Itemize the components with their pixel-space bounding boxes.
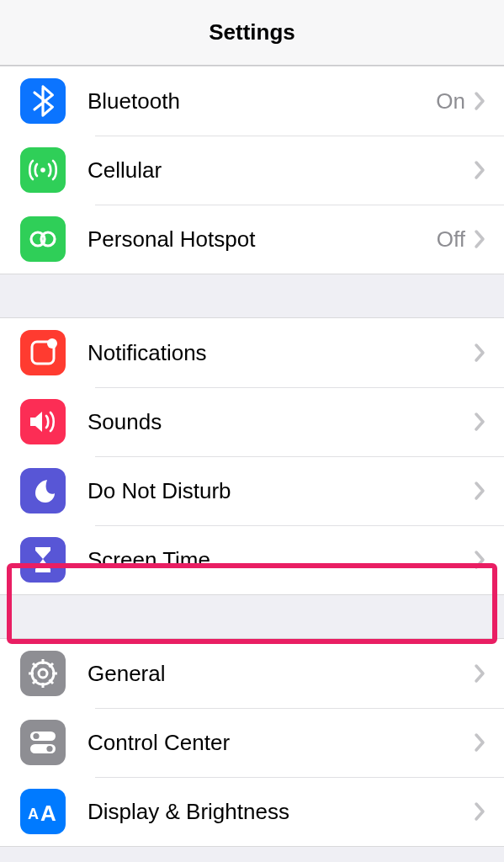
row-dnd-label: Do Not Disturb <box>88 478 474 504</box>
row-hotspot-label: Personal Hotspot <box>88 226 437 253</box>
row-general-label: General <box>88 661 474 687</box>
hotspot-icon <box>20 216 66 262</box>
moon-icon <box>20 468 66 513</box>
hourglass-icon <box>20 537 66 583</box>
row-display-label: Display & Brightness <box>88 799 474 825</box>
row-controlcenter-label: Control Center <box>88 730 474 756</box>
row-notifications[interactable]: Notifications <box>0 318 504 387</box>
row-bluetooth-value: On <box>436 88 465 114</box>
row-screentime-label: Screen Time <box>88 547 474 573</box>
chevron-right-icon <box>474 732 485 753</box>
svg-point-0 <box>40 168 45 173</box>
row-notifications-label: Notifications <box>88 340 474 366</box>
page-title: Settings <box>209 19 295 45</box>
row-personal-hotspot[interactable]: Personal Hotspot Off <box>0 205 504 274</box>
group-spacer <box>0 595 504 638</box>
chevron-right-icon <box>474 550 485 570</box>
svg-text:A: A <box>28 806 39 822</box>
chevron-right-icon <box>474 801 485 822</box>
sounds-icon <box>20 399 66 444</box>
svg-point-4 <box>47 338 57 349</box>
chevron-right-icon <box>474 663 485 684</box>
cellular-icon <box>20 147 66 193</box>
row-sounds-label: Sounds <box>88 409 474 435</box>
text-size-icon: A A <box>20 789 66 834</box>
row-control-center[interactable]: Control Center <box>0 708 504 777</box>
control-center-icon <box>20 720 66 765</box>
row-hotspot-value: Off <box>437 226 465 253</box>
gear-icon <box>20 651 66 696</box>
svg-point-6 <box>39 669 47 678</box>
bluetooth-icon <box>20 78 66 124</box>
row-display-brightness[interactable]: A A Display & Brightness <box>0 777 504 846</box>
chevron-right-icon <box>474 160 485 180</box>
row-bluetooth-label: Bluetooth <box>88 88 436 114</box>
row-cellular[interactable]: Cellular <box>0 136 504 205</box>
row-cellular-label: Cellular <box>88 157 474 184</box>
svg-text:A: A <box>40 801 56 824</box>
row-general[interactable]: General <box>0 639 504 708</box>
row-bluetooth[interactable]: Bluetooth On <box>0 67 504 136</box>
svg-point-18 <box>46 746 52 752</box>
settings-group-alerts: Notifications Sounds Do <box>0 317 504 595</box>
settings-content: Bluetooth On Cellular <box>0 66 504 847</box>
svg-point-16 <box>33 733 39 739</box>
row-do-not-disturb[interactable]: Do Not Disturb <box>0 456 504 525</box>
chevron-right-icon <box>474 412 485 432</box>
chevron-right-icon <box>474 91 485 111</box>
row-sounds[interactable]: Sounds <box>0 387 504 456</box>
chevron-right-icon <box>474 343 485 363</box>
notifications-icon <box>20 330 66 375</box>
row-screen-time[interactable]: Screen Time <box>0 525 504 594</box>
chevron-right-icon <box>474 229 485 249</box>
chevron-right-icon <box>474 481 485 501</box>
settings-header: Settings <box>0 0 504 66</box>
settings-group-connectivity: Bluetooth On Cellular <box>0 66 504 274</box>
settings-group-general: General Control Center A <box>0 638 504 847</box>
group-spacer <box>0 274 504 317</box>
